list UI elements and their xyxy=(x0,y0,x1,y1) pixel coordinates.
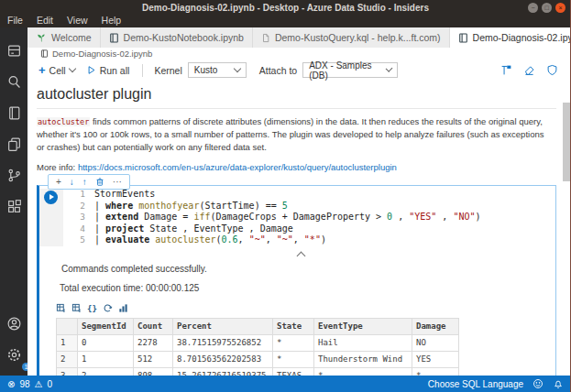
grid-cell[interactable]: 2278 xyxy=(134,334,173,351)
save-excel-icon[interactable] xyxy=(71,303,82,313)
grid-cell[interactable]: 38.71515975526852 xyxy=(173,334,273,351)
code-editor[interactable]: 1StormEvents2| where monthofyear(StartTi… xyxy=(39,186,555,248)
code-text[interactable]: | extend Damage = iff(DamageCrops + Dama… xyxy=(94,212,481,223)
grid-row-number[interactable]: 1 xyxy=(57,334,78,351)
explorer-icon[interactable] xyxy=(0,128,27,159)
grid-cell[interactable]: 0 xyxy=(78,334,134,351)
add-cell-button[interactable]: + Cell xyxy=(38,63,75,77)
code-cell[interactable]: 1StormEvents2| where monthofyear(StartTi… xyxy=(37,185,556,376)
code-text[interactable]: StormEvents xyxy=(94,189,155,201)
code-text[interactable]: | project State , EventType , Damage xyxy=(94,223,293,235)
grid-column-header[interactable]: Percent xyxy=(173,318,273,334)
grid-cell[interactable]: 15.261726716519375 xyxy=(173,367,273,376)
delete-cell-trash-icon[interactable] xyxy=(95,177,104,187)
save-json-icon[interactable]: {} xyxy=(87,304,97,313)
grid-row-number[interactable]: 3 xyxy=(57,367,78,376)
language-mode-button[interactable]: Choose SQL Language xyxy=(428,379,523,389)
attach-to-dropdown[interactable]: ADX - Samples (DB) xyxy=(302,62,398,78)
maximize-button[interactable]: □ xyxy=(542,3,552,13)
grid-cell[interactable]: 512 xyxy=(134,351,173,367)
close-button[interactable]: × xyxy=(555,3,566,13)
run-all-button[interactable]: Run all xyxy=(86,65,130,76)
more-info-line: More info: https://docs.microsoft.com/en… xyxy=(37,162,556,172)
code-line[interactable]: 5| evaluate autocluster(0.6, "~", "~", "… xyxy=(63,234,555,246)
warnings-icon[interactable]: ⚠ xyxy=(35,379,43,389)
chevron-up-icon[interactable] xyxy=(296,251,305,260)
chevron-down-icon xyxy=(68,65,75,72)
grid-cell[interactable]: NO xyxy=(412,334,459,351)
code-line[interactable]: 3| extend Damage = iff(DamageCrops + Dam… xyxy=(63,212,555,223)
minimize-button[interactable]: − xyxy=(528,3,538,13)
view-chart-icon[interactable] xyxy=(118,303,128,313)
collapse-cells-icon[interactable] xyxy=(500,64,512,76)
trusted-shield-icon[interactable] xyxy=(546,64,558,76)
errors-icon[interactable]: ⊗ xyxy=(7,379,15,389)
account-icon[interactable] xyxy=(0,308,27,339)
save-csv-icon[interactable] xyxy=(56,303,66,313)
code-line[interactable]: 1StormEvents xyxy=(63,189,555,201)
grid-cell[interactable]: Thunderstorm Wind xyxy=(314,351,412,367)
grid-column-header[interactable]: Damage xyxy=(412,318,459,334)
grid-cell[interactable]: * xyxy=(273,351,314,367)
grid-cell[interactable]: * xyxy=(412,367,459,376)
code-token: ) xyxy=(475,212,480,222)
table-row[interactable]: 3289815.261726716519375TEXAS** xyxy=(57,367,459,376)
warnings-count[interactable]: 0 xyxy=(47,379,52,389)
grid-column-header[interactable]: SegmentId xyxy=(78,318,134,334)
line-number: 5 xyxy=(63,234,94,246)
kernel-dropdown[interactable]: Kusto xyxy=(188,62,247,78)
tab-demo-kustonotebook[interactable]: Demo-KustoNotebook.ipynb xyxy=(101,27,253,48)
grid-column-header[interactable]: EventType xyxy=(314,318,412,334)
grid-cell[interactable]: * xyxy=(314,367,412,376)
code-token: , xyxy=(238,234,249,245)
move-cell-up-icon[interactable]: ↑ xyxy=(82,177,87,187)
cell-more-icon[interactable]: ··· xyxy=(113,177,122,187)
grid-cell[interactable]: YES xyxy=(412,351,459,367)
docs-link[interactable]: https://docs.microsoft.com/en-us/azure/d… xyxy=(78,162,397,172)
clear-results-eraser-icon[interactable] xyxy=(523,64,535,76)
grid-cell[interactable]: 898 xyxy=(134,367,173,376)
table-row[interactable]: 10227838.71515975526852*HailNO xyxy=(57,334,459,351)
notebook-scrollbar[interactable] xyxy=(563,103,570,181)
code-token: | xyxy=(94,223,105,234)
grid-cell[interactable]: Hail xyxy=(314,334,412,351)
save-xml-icon[interactable] xyxy=(103,303,113,313)
code-line[interactable]: 2| where monthofyear(StartTime) == 5 xyxy=(63,201,555,212)
breadcrumb[interactable]: Demo-Diagnosis-02.ipynb xyxy=(27,48,571,60)
notifications-bell-icon[interactable] xyxy=(553,378,564,389)
connections-icon[interactable] xyxy=(0,35,27,66)
grid-row-number[interactable]: 2 xyxy=(57,351,78,367)
menu-file[interactable]: File xyxy=(7,15,23,26)
menu-help[interactable]: Help xyxy=(102,15,122,26)
code-text[interactable]: | evaluate autocluster(0.6, "~", "~", "*… xyxy=(94,234,326,246)
add-cell-icon[interactable]: + xyxy=(56,177,61,187)
notebooks-icon[interactable] xyxy=(0,97,27,128)
tab-demo-kustoquery[interactable]: Demo-KustoQuery.kql - help.k...ft.com) xyxy=(253,27,450,48)
grid-cell[interactable]: 8.701563562202583 xyxy=(173,351,273,367)
source-control-icon[interactable] xyxy=(0,159,27,191)
kernel-label: Kernel xyxy=(154,65,181,76)
search-icon[interactable] xyxy=(0,66,27,97)
menu-view[interactable]: View xyxy=(67,15,88,26)
tab-demo-diagnosis-02[interactable]: Demo-Diagnosis-02.ipynb × xyxy=(450,27,571,48)
feedback-smiley-icon[interactable] xyxy=(533,378,544,389)
extensions-icon[interactable] xyxy=(0,191,27,222)
grid-cell[interactable]: 1 xyxy=(78,351,134,367)
table-row[interactable]: 215128.701563562202583*Thunderstorm Wind… xyxy=(57,351,459,367)
code-line[interactable]: 4| project State , EventType , Damage xyxy=(63,223,555,235)
menu-edit[interactable]: Edit xyxy=(37,15,53,26)
tab-label: Demo-KustoNotebook.ipynb xyxy=(124,32,244,43)
code-lines: 1StormEvents2| where monthofyear(StartTi… xyxy=(63,189,555,246)
grid-column-header[interactable]: Count xyxy=(134,318,173,334)
move-cell-down-icon[interactable]: ↓ xyxy=(70,177,74,187)
grid-cell[interactable]: * xyxy=(273,334,314,351)
grid-cell[interactable]: 2 xyxy=(78,367,134,376)
errors-count[interactable]: 98 xyxy=(19,379,29,389)
notebook-toolbar: + Cell Run all Kernel Kusto Attach to AD… xyxy=(27,60,571,81)
grid-column-header[interactable]: State xyxy=(273,318,314,334)
code-text[interactable]: | where monthofyear(StartTime) == 5 xyxy=(94,201,288,212)
tab-welcome[interactable]: Welcome xyxy=(27,27,101,48)
grid-cell[interactable]: TEXAS xyxy=(273,367,314,376)
run-cell-button[interactable] xyxy=(44,191,58,204)
settings-gear-icon[interactable]: 1 xyxy=(0,339,27,370)
